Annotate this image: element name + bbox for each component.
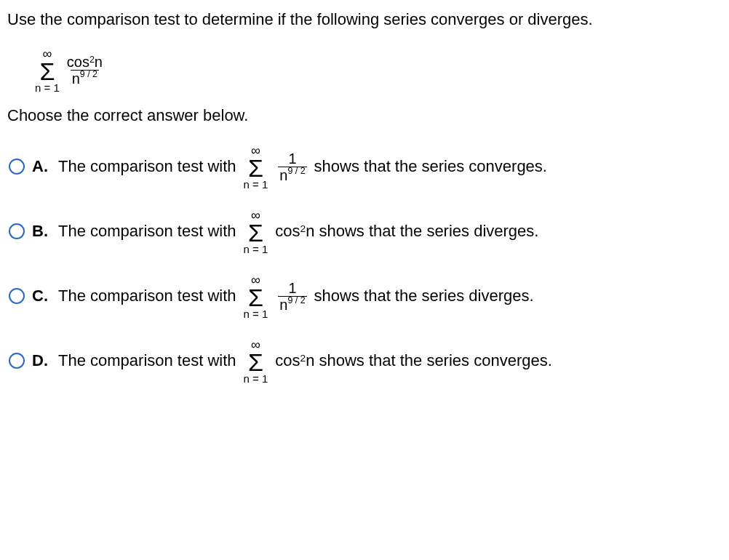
option-b-text: The comparison test with ∞ Σ n = 1 cos 2… <box>58 209 538 255</box>
sigma-block: ∞ Σ n = 1 <box>35 47 60 93</box>
sigma-block-b: ∞ Σ n = 1 <box>244 209 268 255</box>
sigma-block-a: ∞ Σ n = 1 <box>244 144 268 190</box>
fraction-a: 1 n9 / 2 <box>278 151 306 183</box>
cos-base: cos <box>275 223 300 239</box>
option-a-label: A. <box>32 157 48 176</box>
denominator-base: n <box>72 71 80 86</box>
fraction-denominator: n9 / 2 <box>71 70 99 86</box>
option-d-tail: shows that the series converges. <box>319 351 551 372</box>
cos-exponent: 2 <box>300 224 306 234</box>
option-a-tail: shows that the series converges. <box>314 156 547 177</box>
option-a[interactable]: A. The comparison test with ∞ Σ n = 1 1 … <box>9 144 722 190</box>
fraction-c: 1 n9 / 2 <box>278 281 306 312</box>
option-c-lead: The comparison test with <box>58 286 236 307</box>
radio-c[interactable] <box>9 288 25 304</box>
denominator-base: n <box>279 168 287 183</box>
cos-exponent: 2 <box>89 55 95 64</box>
radio-b[interactable] <box>9 223 25 239</box>
sigma-symbol: Σ <box>248 156 263 180</box>
question-text: Use the comparison test to determine if … <box>7 9 722 31</box>
sigma-symbol: Σ <box>39 59 55 84</box>
sigma-symbol: Σ <box>248 350 263 375</box>
denominator-base: n <box>279 297 287 312</box>
cos-var: n <box>306 353 314 369</box>
cos-base: cos <box>275 353 300 369</box>
option-d-label: D. <box>32 351 48 370</box>
fraction-numerator: cos 2n <box>65 55 104 70</box>
cos-var: n <box>95 55 103 69</box>
cos-expr-d: cos 2n <box>275 353 314 369</box>
denominator-exponent: 9 / 2 <box>80 70 97 79</box>
options-group: A. The comparison test with ∞ Σ n = 1 1 … <box>9 144 722 384</box>
sigma-symbol: Σ <box>248 285 263 310</box>
main-series-expression: ∞ Σ n = 1 cos 2n n9 / 2 <box>32 44 722 93</box>
option-b-tail: shows that the series diverges. <box>319 221 538 242</box>
option-c-label: C. <box>32 287 48 305</box>
sigma-lower: n = 1 <box>244 244 268 255</box>
sigma-lower: n = 1 <box>35 82 60 93</box>
fraction-denominator: n9 / 2 <box>278 296 306 312</box>
option-b-lead: The comparison test with <box>58 221 236 242</box>
option-c-text: The comparison test with ∞ Σ n = 1 1 n9 … <box>58 273 534 319</box>
sigma-block-d: ∞ Σ n = 1 <box>244 338 268 384</box>
cos-exponent: 2 <box>300 353 306 364</box>
option-a-lead: The comparison test with <box>58 156 236 177</box>
option-c-tail: shows that the series diverges. <box>314 286 534 307</box>
fraction-denominator: n9 / 2 <box>278 167 306 183</box>
radio-d[interactable] <box>9 353 25 369</box>
option-d-text: The comparison test with ∞ Σ n = 1 cos 2… <box>58 338 552 384</box>
cos-var: n <box>306 223 314 239</box>
option-b[interactable]: B. The comparison test with ∞ Σ n = 1 co… <box>9 209 722 255</box>
option-d[interactable]: D. The comparison test with ∞ Σ n = 1 co… <box>9 338 722 384</box>
option-a-text: The comparison test with ∞ Σ n = 1 1 n9 … <box>58 144 547 190</box>
sigma-block-c: ∞ Σ n = 1 <box>244 273 268 319</box>
instruction-text: Choose the correct answer below. <box>7 106 722 125</box>
main-fraction: cos 2n n9 / 2 <box>65 55 104 86</box>
fraction-numerator: 1 <box>287 151 298 167</box>
fraction-numerator: 1 <box>287 281 298 296</box>
option-d-lead: The comparison test with <box>58 351 236 372</box>
radio-a[interactable] <box>9 159 25 175</box>
denominator-exponent: 9 / 2 <box>287 167 305 175</box>
cos-expr-b: cos 2n <box>275 223 314 239</box>
sigma-lower: n = 1 <box>244 308 268 319</box>
sigma-lower: n = 1 <box>244 373 268 384</box>
cos-base: cos <box>67 55 89 69</box>
option-c[interactable]: C. The comparison test with ∞ Σ n = 1 1 … <box>9 273 722 319</box>
sigma-lower: n = 1 <box>244 179 268 190</box>
sigma-symbol: Σ <box>248 220 263 245</box>
denominator-exponent: 9 / 2 <box>287 296 305 305</box>
option-b-label: B. <box>32 222 48 241</box>
